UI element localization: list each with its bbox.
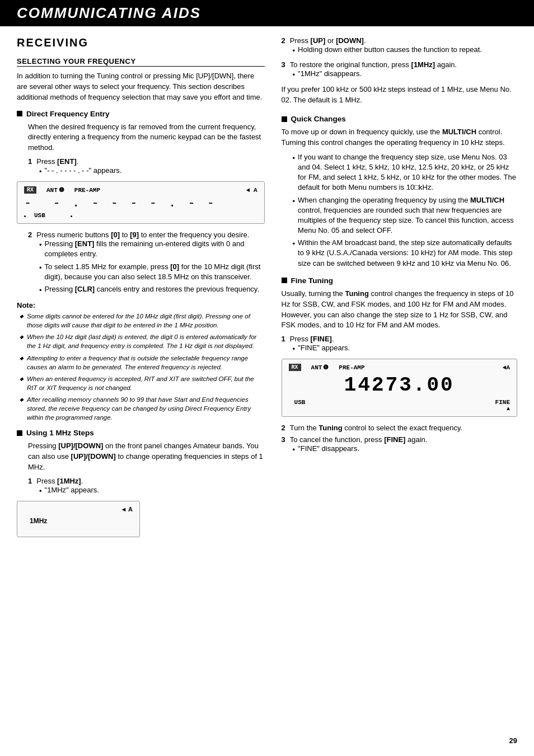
note-5: ◆ After recalling memory channels 90 to … xyxy=(20,395,265,422)
1mhz-step1-bullet: • "1MHz" appears. xyxy=(39,485,265,496)
note-3: ◆ Attempting to enter a frequency that i… xyxy=(20,354,265,372)
page-title: COMMUNICATING AIDS xyxy=(17,4,517,22)
ant-text: ANT xyxy=(46,187,58,194)
1mhz-desc: Pressing [UP]/[DOWN] on the front panel … xyxy=(28,441,265,473)
quick-changes-header: Quick Changes xyxy=(282,115,517,123)
selecting-freq-intro: In addition to turning the Tuning contro… xyxy=(17,71,265,103)
section-square-3-icon xyxy=(282,116,287,122)
quick-changes-desc: To move up or down in frequency quickly,… xyxy=(282,127,517,148)
display-freq: 14273.00 xyxy=(289,374,510,397)
step2-bullet-1-text: Pressing [ENT] fills the remaining un-en… xyxy=(45,239,265,259)
1mhz-step2-bullet-text: Holding down either button causes the fu… xyxy=(298,45,482,56)
fine-step2-num: 2 xyxy=(282,424,285,432)
quick-bullet-3: • Within the AM broadcast band, the step… xyxy=(293,238,517,269)
fine-tuning-header: Fine Tuning xyxy=(282,276,517,285)
quick-bullet-1: • If you want to change the frequency st… xyxy=(293,152,517,193)
fine-step1-bullet-text: "FINE" appears. xyxy=(298,343,350,354)
note-1: ◆ Some digits cannot be entered for the … xyxy=(20,312,265,330)
fine-step3-num: 3 xyxy=(282,435,285,444)
1mhz-step3-text: To restore the original function, press … xyxy=(290,60,457,69)
usb-label-1: USB xyxy=(34,212,45,219)
triangle-icon: ▲ xyxy=(289,406,510,412)
1mhz-step1-text: Press [1MHz]. xyxy=(36,477,83,485)
diamond-4: ◆ xyxy=(20,375,24,392)
direct-freq-label: Direct Frequency Entry xyxy=(26,110,110,118)
1mhz-extra: If you prefer 100 kHz or 500 kHz steps i… xyxy=(282,84,517,106)
fine-step3-text: To cancel the function, press [FINE] aga… xyxy=(290,435,428,444)
fine-step2-text: Turn the Tuning control to select the ex… xyxy=(290,424,462,432)
fine-step1-text: Press [FINE]. xyxy=(290,335,334,343)
display-box-bottom-1: USB xyxy=(24,212,257,219)
quick-bullet-2-text: When changing the operating frequency by… xyxy=(298,195,517,236)
step1-bullet: • "- - . - - - - . - -" appears. xyxy=(39,166,265,177)
note-2: ◆ When the 10 Hz digit (last digit) is e… xyxy=(20,332,265,350)
section-square-2-icon xyxy=(17,430,22,436)
rx-label: RX xyxy=(24,186,36,194)
step2-bullet-2: • To select 1.85 MHz for example, press … xyxy=(39,262,265,282)
page: COMMUNICATING AIDS RECEIVING SELECTING Y… xyxy=(0,0,534,756)
display-box-bottom-fine: USB FINE xyxy=(289,399,510,406)
display-box-top-fine: RX ANT ❶ PRE-AMP ◄A xyxy=(289,364,510,371)
direct-freq-step1: 1 Press [ENT]. • "- - . - - - - . - -" a… xyxy=(28,157,265,177)
diamond-2: ◆ xyxy=(20,334,24,350)
note-1-text: Some digits cannot be entered for the 10… xyxy=(27,312,265,330)
direct-freq-step2: 2 Press numeric buttons [0] to [9] to en… xyxy=(28,231,265,295)
page-header: COMMUNICATING AIDS xyxy=(0,0,534,26)
rx-label-fine: RX xyxy=(289,364,301,371)
1mhz-step2-num: 2 xyxy=(282,36,285,45)
quick-changes-label: Quick Changes xyxy=(291,115,346,123)
bullet-dot-2c: • xyxy=(39,285,42,295)
bullet-dot-9: • xyxy=(293,344,296,354)
bullet-dot-2a: • xyxy=(39,240,42,259)
bullet-dot-2b: • xyxy=(39,263,42,282)
arrow-a-small: ◄ A xyxy=(24,506,133,513)
note-4-text: When an entered frequency is accepted, R… xyxy=(27,374,265,392)
arrow-a-fine: ◄A xyxy=(503,364,510,371)
fine-tuning-label: Fine Tuning xyxy=(291,276,333,285)
ant-label: ANT ❶ xyxy=(46,186,64,194)
1mhz-step3-num: 3 xyxy=(282,60,285,69)
diamond-5: ◆ xyxy=(20,396,24,422)
note-5-text: After recalling memory channels 90 to 99… xyxy=(27,395,265,422)
fine-step2: 2 Turn the Tuning control to select the … xyxy=(282,424,517,432)
bullet-dot: • xyxy=(39,167,42,177)
fine-tuning-desc: Usually, turning the Tuning control chan… xyxy=(282,289,517,331)
direct-freq-desc: When the desired frequency is far remove… xyxy=(28,122,265,154)
quick-bullet-3-text: Within the AM broadcast band, the step s… xyxy=(298,238,517,269)
receiving-title: RECEIVING xyxy=(17,36,265,49)
note-2-text: When the 10 Hz digit (last digit) is ent… xyxy=(27,332,265,350)
diamond-3: ◆ xyxy=(20,355,24,372)
step1-num: 1 xyxy=(28,157,32,166)
bullet-dot-6: • xyxy=(293,153,296,193)
display-box-small: ◄ A 1MHz xyxy=(17,501,140,537)
1mhz-step3: 3 To restore the original function, pres… xyxy=(282,60,517,80)
1mhz-step1-num: 1 xyxy=(28,477,32,485)
bullet-dot-8: • xyxy=(293,239,296,269)
fine-step3-bullet-text: "FINE" disappears. xyxy=(298,444,359,455)
step2-bullet-2-text: To select 1.85 MHz for example, press [0… xyxy=(45,262,265,282)
page-number: 29 xyxy=(509,736,517,745)
direct-freq-header: Direct Frequency Entry xyxy=(17,110,265,118)
1mhz-header: Using 1 MHz Steps xyxy=(17,429,265,437)
1mhz-step2-text: Press [UP] or [DOWN]. xyxy=(290,36,366,45)
step2-text: Press numeric buttons [0] to [9] to ente… xyxy=(36,231,249,239)
1mhz-step3-bullet-text: "1MHz" disappears. xyxy=(298,69,362,80)
fine-step1: 1 Press [FINE]. • "FINE" appears. xyxy=(282,335,517,354)
arrow-a-1: ◄ A xyxy=(246,187,257,194)
fine-display-label: FINE xyxy=(495,399,510,406)
ant-label-fine: ANT ❶ xyxy=(311,364,329,371)
1mhz-step3-bullet: • "1MHz" disappears. xyxy=(293,69,517,80)
fine-step3: 3 To cancel the function, press [FINE] a… xyxy=(282,435,517,455)
fine-step1-num: 1 xyxy=(282,335,285,343)
1mhz-step2-bullet: • Holding down either button causes the … xyxy=(293,45,517,56)
usb-label-fine: USB xyxy=(294,399,306,406)
bullet-dot-10: • xyxy=(293,445,296,455)
left-column: RECEIVING SELECTING YOUR FREQUENCY In ad… xyxy=(17,36,265,544)
pre-amp-label: PRE-AMP xyxy=(74,187,100,194)
ant-num-fine: ❶ xyxy=(323,364,329,371)
fine-step1-bullet: • "FINE" appears. xyxy=(293,343,517,354)
step1-text: Press [ENT]. xyxy=(36,157,78,166)
section-square-icon xyxy=(17,111,22,116)
display-box-top-1: RX ANT ❶ PRE-AMP ◄ A xyxy=(24,186,257,194)
display-box-fine: RX ANT ❶ PRE-AMP ◄A 14273.00 USB FINE ▲ xyxy=(282,359,517,417)
